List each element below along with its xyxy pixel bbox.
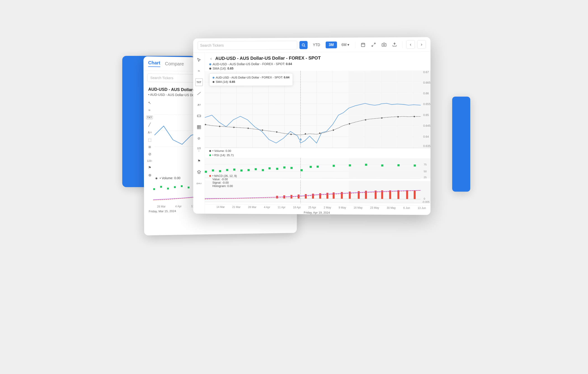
- text-icon-back[interactable]: TXT: [146, 115, 153, 119]
- rect-tool[interactable]: [195, 112, 203, 120]
- svg-text:-0.005: -0.005: [422, 200, 430, 203]
- svg-text:0: 0: [424, 197, 425, 200]
- separator-1: [355, 41, 356, 48]
- legend-row-sma: SMA (14): 0.65: [209, 66, 426, 70]
- svg-line-40: [197, 92, 201, 95]
- line-tool[interactable]: [195, 90, 203, 97]
- fib-icon[interactable]: ∧8: [146, 130, 153, 134]
- legend-dot-price: [209, 63, 211, 65]
- svg-text:0.645: 0.645: [423, 124, 430, 127]
- volume-section: • Volume: 0.00: [205, 148, 430, 153]
- side-toolbar-front: ≈ TXT ∧8: [193, 53, 205, 214]
- wave-icon[interactable]: ≈: [146, 108, 153, 112]
- svg-rect-144: [406, 190, 408, 199]
- calendar-btn[interactable]: [359, 41, 367, 49]
- svg-rect-105: [247, 169, 250, 171]
- search-button[interactable]: [299, 41, 308, 49]
- eye-num-tool[interactable]: ⊙16.2: [195, 179, 203, 187]
- macd-title-row: • MACD (26, 12, 9): [209, 174, 237, 177]
- svg-rect-110: [284, 166, 286, 168]
- indicator-svg: 75 50 25: [205, 158, 430, 204]
- svg-text:0.655: 0.655: [423, 102, 430, 106]
- chart-tooltip: AUD-USD - AUS Dollar-US Dollar - FOREX -…: [209, 73, 293, 86]
- chart-legend: AUD-USD - AUS Dollar-US Dollar - FOREX -…: [205, 61, 430, 70]
- tooltip-sma-row: SMA (14): 0.65: [213, 80, 289, 84]
- svg-rect-132: [312, 194, 314, 199]
- svg-rect-6: [174, 186, 176, 188]
- layers-icon[interactable]: ⊕: [147, 173, 153, 176]
- share-btn[interactable]: [390, 40, 399, 48]
- ticker-title-front: AUD-USD - AUS Dollar-US Dollar - FOREX -…: [205, 52, 430, 62]
- macd-header-info: • MACD (26, 12, 9) Value: -0.00 Signal: …: [209, 174, 237, 187]
- svg-marker-47: [197, 170, 201, 173]
- num-tool[interactable]: 123↕: [195, 146, 203, 154]
- svg-rect-135: [333, 192, 335, 199]
- front-panel: Search Tickers YTD 3M 6M ▾: [193, 37, 430, 215]
- period-3m[interactable]: 3M: [326, 41, 337, 48]
- strikethrough-icon[interactable]: ⊘: [147, 152, 153, 156]
- text-tool[interactable]: TXT: [195, 78, 203, 86]
- svg-text:0.66: 0.66: [423, 92, 429, 95]
- period-ytd[interactable]: YTD: [310, 41, 323, 48]
- svg-rect-7: [181, 185, 183, 187]
- period-6m-dropdown[interactable]: 6M ▾: [339, 41, 351, 48]
- svg-rect-5: [167, 187, 169, 189]
- svg-rect-138: [358, 191, 360, 199]
- price-chart: 0.67 0.665 0.66 0.655 0.65 0.645 0.64 0.…: [205, 70, 430, 148]
- svg-point-38: [383, 44, 385, 45]
- flag-tool[interactable]: ⚑: [195, 157, 203, 165]
- scene: Chart Compare Search Tickers AUD-USD - A…: [136, 29, 452, 345]
- svg-rect-102: [226, 169, 228, 171]
- grid-icon[interactable]: ⊞: [147, 145, 153, 148]
- eye-slash-tool[interactable]: ⊘: [195, 134, 203, 142]
- svg-rect-42: [197, 125, 201, 129]
- svg-point-30: [302, 44, 304, 46]
- chart-body: ≈ TXT ∧8: [193, 52, 430, 215]
- num-icon[interactable]: 123↕: [147, 159, 153, 162]
- fib-tool[interactable]: ∧8: [195, 101, 203, 108]
- line-icon[interactable]: ╱: [146, 122, 153, 127]
- separator-2: [402, 41, 402, 48]
- svg-rect-111: [290, 167, 293, 169]
- svg-rect-119: [398, 164, 400, 166]
- svg-rect-68: [349, 70, 430, 148]
- rect-icon[interactable]: ⬚: [147, 138, 153, 142]
- svg-rect-109: [276, 168, 278, 170]
- svg-rect-120: [414, 165, 416, 166]
- cursor-icon[interactable]: ↖: [146, 100, 153, 105]
- svg-line-37: [372, 45, 373, 46]
- svg-rect-134: [326, 193, 329, 199]
- camera-btn[interactable]: [380, 40, 388, 48]
- svg-text:0.635: 0.635: [423, 144, 430, 147]
- macd-histogram-line: Histogram: 0.00: [212, 184, 237, 187]
- fullscreen-btn[interactable]: [369, 40, 378, 48]
- macd-dot: [209, 175, 211, 177]
- prev-btn[interactable]: ‹: [406, 40, 415, 48]
- layers-tool[interactable]: [195, 168, 203, 176]
- svg-rect-100: [212, 169, 214, 171]
- search-text: Search Tickers: [200, 43, 295, 47]
- svg-rect-117: [365, 164, 367, 166]
- svg-text:0.64: 0.64: [423, 135, 429, 138]
- svg-rect-99: [205, 171, 207, 173]
- svg-rect-112: [301, 169, 303, 171]
- svg-rect-107: [262, 169, 264, 171]
- svg-rect-115: [333, 165, 335, 167]
- wave-tool[interactable]: ≈: [195, 67, 203, 75]
- svg-line-31: [304, 46, 305, 47]
- next-btn[interactable]: ›: [417, 40, 426, 48]
- cursor-tool[interactable]: [195, 56, 203, 64]
- svg-text:75: 75: [424, 163, 427, 166]
- rsi-header: • RSI (14): 35.71: [205, 153, 430, 158]
- tab-chart[interactable]: Chart: [148, 60, 160, 67]
- svg-rect-133: [319, 193, 321, 199]
- flag-icon[interactable]: ⚑: [147, 165, 153, 169]
- svg-rect-137: [349, 191, 351, 199]
- svg-rect-32: [361, 43, 365, 46]
- svg-rect-136: [341, 192, 343, 199]
- tab-compare[interactable]: Compare: [165, 61, 184, 66]
- rsi-dot: [209, 154, 211, 156]
- legend-row-price: AUD-USD - AUS Dollar-US Dollar - FOREX -…: [209, 61, 426, 66]
- grid-tool[interactable]: [195, 123, 203, 131]
- svg-text:0.67: 0.67: [423, 71, 429, 74]
